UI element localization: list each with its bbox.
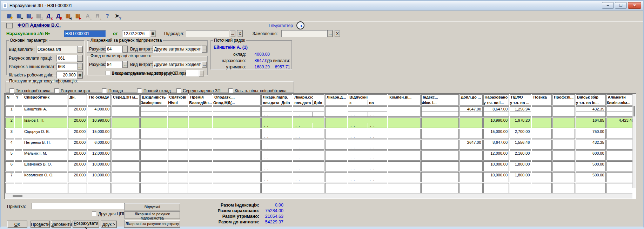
cell-sickent[interactable] bbox=[261, 183, 292, 193]
cell-vac[interactable]: . .. . bbox=[348, 172, 387, 182]
cell-sickss[interactable]: . . bbox=[293, 129, 324, 139]
cell-q[interactable] bbox=[15, 117, 22, 128]
cell-union[interactable] bbox=[552, 106, 575, 117]
sick-fund-account-picker[interactable]: ... bbox=[122, 61, 128, 68]
cell-dopl[interactable] bbox=[459, 183, 483, 193]
cell-salary[interactable]: 4,000.00 bbox=[88, 106, 111, 117]
other-account-field[interactable]: 663 bbox=[56, 63, 77, 70]
cell-holiday[interactable] bbox=[168, 117, 188, 128]
horizontal-scrollbar-thumb[interactable] bbox=[13, 195, 22, 197]
calendar-icon[interactable]: ▦ bbox=[150, 30, 156, 37]
table-row[interactable]: 5Мельнік І. М.20.00012,000.00. .. .. .. … bbox=[5, 150, 635, 161]
cell-avg[interactable] bbox=[112, 106, 140, 117]
show-info-checkbox[interactable] bbox=[228, 88, 233, 93]
cell-vac[interactable]: . .. . bbox=[348, 140, 387, 150]
cell-dopl[interactable] bbox=[459, 117, 483, 128]
cell-harm[interactable] bbox=[140, 150, 167, 161]
table-row[interactable]: 6Шевченко В. О.20.00010,000.00. .. .. ..… bbox=[5, 161, 635, 171]
cell-holiday[interactable] bbox=[168, 172, 188, 182]
cell-harm[interactable] bbox=[140, 140, 167, 150]
insert-row-icon[interactable]: ▦► bbox=[74, 12, 82, 20]
cell-union[interactable] bbox=[552, 150, 575, 161]
cell-avg[interactable] bbox=[112, 172, 140, 182]
cell-mil[interactable] bbox=[576, 183, 606, 193]
cell-tax[interactable] bbox=[213, 106, 261, 117]
cell-sickent[interactable]: . . bbox=[261, 140, 292, 150]
cell-idx[interactable] bbox=[421, 161, 458, 171]
cell-bonus[interactable] bbox=[189, 106, 212, 117]
cell-sickss[interactable]: . . bbox=[293, 106, 324, 117]
cell-sickd[interactable] bbox=[325, 183, 347, 193]
vacation-button[interactable]: Відпускні bbox=[124, 203, 180, 210]
cell-bonus[interactable] bbox=[189, 183, 212, 193]
sick-enterprise-account-field[interactable]: 84 bbox=[106, 46, 122, 53]
cell-salary[interactable]: 10,990.00 bbox=[88, 117, 111, 128]
cell-sickent[interactable]: . . bbox=[261, 172, 292, 182]
cell-idx[interactable] bbox=[421, 106, 458, 117]
cell-vac[interactable]: . .. . bbox=[348, 117, 387, 128]
cell-loan[interactable] bbox=[532, 150, 552, 161]
cell-days[interactable]: 20.000 bbox=[68, 161, 87, 171]
cell-q[interactable] bbox=[15, 183, 22, 193]
cell-dopl[interactable] bbox=[459, 172, 483, 182]
cell-accrued[interactable]: 10,990.00 bbox=[483, 117, 509, 128]
cell-alim[interactable] bbox=[606, 161, 635, 171]
cell-tax[interactable] bbox=[213, 129, 261, 139]
cell-loan[interactable] bbox=[532, 129, 552, 139]
print-cpg-checkbox[interactable] bbox=[92, 211, 96, 216]
cell-sickd[interactable] bbox=[325, 117, 347, 128]
cell-holiday[interactable] bbox=[168, 161, 188, 171]
cell-days[interactable]: 20.000 bbox=[68, 106, 87, 117]
cell-dopl[interactable] bbox=[459, 129, 483, 139]
cell-sickd[interactable] bbox=[325, 129, 347, 139]
other-account-picker[interactable]: ... bbox=[77, 63, 83, 70]
fop-extra-picker[interactable]: ... bbox=[199, 70, 204, 76]
cell-union[interactable] bbox=[552, 117, 575, 128]
cell-holiday[interactable] bbox=[168, 106, 188, 117]
cell-emp[interactable]: Петренко В. П. bbox=[23, 140, 67, 150]
cell-sickss[interactable]: . . bbox=[293, 150, 324, 161]
delete-row-icon[interactable]: ▦× bbox=[25, 12, 33, 20]
cell-pdfo[interactable]: 1,256.94 bbox=[510, 106, 531, 117]
cell-accrued[interactable]: 10,000.00 bbox=[483, 172, 509, 182]
cell-alim[interactable] bbox=[606, 150, 635, 161]
cell-sickent[interactable]: . . bbox=[261, 129, 292, 139]
cell-harm[interactable] bbox=[140, 117, 167, 128]
cell-n[interactable]: 6 bbox=[5, 161, 14, 171]
cell-mil[interactable]: 164.85 bbox=[576, 117, 606, 128]
cell-days[interactable]: 20.000 bbox=[68, 172, 87, 182]
cell-salary[interactable]: 10,000.00 bbox=[88, 161, 111, 171]
cell-emp[interactable] bbox=[23, 183, 67, 193]
cell-n[interactable] bbox=[5, 183, 14, 193]
cell-bonus[interactable] bbox=[189, 161, 212, 171]
cell-pdfo[interactable]: 1,800.00 bbox=[510, 161, 531, 171]
fop-extra-field[interactable] bbox=[186, 70, 199, 76]
cell-comp[interactable] bbox=[388, 150, 421, 161]
show-info-checkbox[interactable] bbox=[137, 88, 142, 93]
cell-harm[interactable] bbox=[140, 129, 167, 139]
add-row-icon[interactable]: ▦+ bbox=[15, 12, 23, 20]
show-info-checkbox[interactable] bbox=[54, 88, 59, 93]
cell-dopl[interactable] bbox=[459, 161, 483, 171]
cell-salary[interactable]: 12,000.00 bbox=[88, 150, 111, 161]
cell-emp[interactable]: Шевченко В. О. bbox=[23, 161, 67, 171]
cell-comp[interactable] bbox=[388, 140, 421, 150]
cell-days[interactable] bbox=[68, 183, 87, 193]
cell-sickent[interactable]: . . bbox=[261, 106, 292, 117]
cell-vac[interactable]: . .. . bbox=[348, 150, 387, 161]
payment-type-field[interactable]: Основна з/п bbox=[36, 46, 77, 53]
table-row[interactable]: 4Петренко В. П.20.0006,000.00. .. .. .. … bbox=[5, 140, 635, 150]
cell-avg[interactable] bbox=[112, 161, 140, 171]
show-info-checkbox[interactable] bbox=[9, 88, 14, 93]
cell-mil[interactable]: 600.00 bbox=[576, 150, 606, 161]
salary-account-picker[interactable]: ... bbox=[77, 55, 83, 62]
cell-alim[interactable] bbox=[606, 129, 635, 139]
sick-social-button[interactable]: Лікарняні за рахунок соцстраху bbox=[124, 220, 180, 228]
cell-n[interactable]: 2 bbox=[5, 117, 14, 128]
table-row[interactable]: 3Сідорчук О. В.20.00015,000.00. .. .. ..… bbox=[5, 129, 635, 139]
cell-sickss[interactable]: . . bbox=[293, 172, 324, 182]
cell-vac[interactable]: . .. . bbox=[348, 161, 387, 171]
cell-avg[interactable] bbox=[112, 183, 140, 193]
table-row[interactable]: 2Іванов Г. П.20.00010,990.00. .. .. .. .… bbox=[5, 117, 635, 128]
work-days-field[interactable]: 20.000 bbox=[56, 72, 77, 79]
